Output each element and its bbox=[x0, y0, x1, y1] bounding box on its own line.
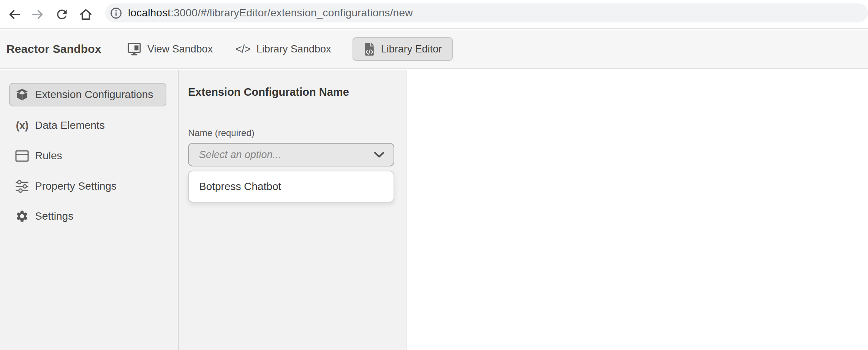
sidebar-item-label: Extension Configurations bbox=[35, 89, 153, 101]
select-options-popup: Botpress Chatbot bbox=[188, 171, 394, 203]
url-bar[interactable]: localhost:3000/#/libraryEditor/extension… bbox=[105, 3, 868, 22]
package-icon bbox=[15, 87, 29, 102]
code-icon: </> bbox=[236, 43, 250, 55]
sidebar-item-rules[interactable]: Rules bbox=[9, 144, 166, 168]
sidebar-item-settings[interactable]: Settings bbox=[9, 204, 166, 228]
app-header: Reactor Sandbox View Sandbox </> Library… bbox=[0, 30, 868, 69]
sidebar-item-data-elements[interactable]: (x) Data Elements bbox=[9, 114, 166, 137]
sidebar-item-extension-configurations[interactable]: Extension Configurations bbox=[9, 83, 166, 106]
url-host: localhost bbox=[128, 7, 171, 19]
back-button[interactable] bbox=[6, 6, 22, 23]
sidebar-item-label: Data Elements bbox=[35, 119, 105, 131]
editor-empty-area bbox=[407, 70, 868, 350]
nav-library-editor-button[interactable]: Library Editor bbox=[353, 37, 453, 61]
file-code-icon bbox=[364, 42, 375, 57]
reload-icon bbox=[55, 7, 69, 22]
nav-view-sandbox-label: View Sandbox bbox=[147, 43, 213, 55]
forward-arrow-icon bbox=[31, 7, 45, 22]
sliders-icon bbox=[15, 180, 29, 193]
gear-icon bbox=[15, 209, 29, 223]
app-title: Reactor Sandbox bbox=[6, 43, 101, 55]
screenshot-root: localhost:3000/#/libraryEditor/extension… bbox=[0, 0, 868, 350]
url-path: :3000/#/libraryEditor/extension_configur… bbox=[171, 7, 413, 19]
home-icon bbox=[78, 7, 93, 22]
nav-view-sandbox[interactable]: View Sandbox bbox=[127, 30, 213, 68]
browser-toolbar: localhost:3000/#/libraryEditor/extension… bbox=[0, 0, 868, 29]
window-icon bbox=[15, 150, 29, 162]
sidebar-item-label: Settings bbox=[35, 210, 73, 222]
sidebar: Extension Configurations (x) Data Elemen… bbox=[0, 70, 179, 350]
sidebar-item-property-settings[interactable]: Property Settings bbox=[9, 174, 166, 198]
chevron-down-icon bbox=[374, 152, 384, 158]
sidebar-item-label: Rules bbox=[35, 150, 62, 162]
extension-config-form-panel: Extension Configuration Name Name (requi… bbox=[179, 70, 406, 350]
reload-button[interactable] bbox=[54, 6, 70, 23]
option-botpress-chatbot[interactable]: Botpress Chatbot bbox=[199, 181, 281, 193]
url-text: localhost:3000/#/libraryEditor/extension… bbox=[128, 7, 413, 19]
name-select[interactable]: Select an option... bbox=[188, 143, 394, 166]
data-element-icon: (x) bbox=[15, 119, 29, 132]
form-heading: Extension Configuration Name bbox=[188, 86, 349, 98]
info-icon bbox=[110, 7, 122, 19]
forward-button[interactable] bbox=[30, 6, 46, 23]
sidebar-item-label: Property Settings bbox=[35, 180, 117, 192]
name-field-label: Name (required) bbox=[188, 128, 255, 138]
home-button[interactable] bbox=[77, 6, 94, 23]
nav-library-editor-label: Library Editor bbox=[381, 43, 442, 55]
nav-library-sandbox[interactable]: </> Library Sandbox bbox=[236, 30, 331, 68]
monitor-icon bbox=[127, 42, 141, 56]
page-info-button[interactable] bbox=[110, 7, 122, 19]
nav-library-sandbox-label: Library Sandbox bbox=[256, 43, 331, 55]
back-arrow-icon bbox=[7, 7, 21, 22]
select-placeholder: Select an option... bbox=[199, 149, 281, 161]
main-region: Extension Configurations (x) Data Elemen… bbox=[0, 70, 868, 350]
